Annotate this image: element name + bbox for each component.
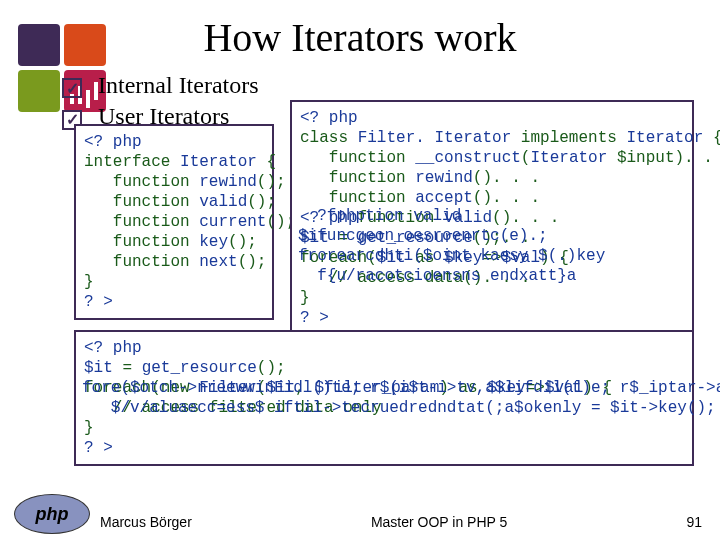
check-icon: ✓ xyxy=(62,78,82,98)
bullet-1-text: Internal Iterators xyxy=(98,72,700,99)
code-iterator-interface: <? php interface Iterator { function rew… xyxy=(74,124,274,320)
code-filter-iterator: <? php class Filter. Iterator implements… xyxy=(290,100,694,336)
code-usage: <? php $it = get_resource(); foreach(new… xyxy=(74,330,694,466)
footer-page: 91 xyxy=(686,514,702,530)
footer-title: Master OOP in PHP 5 xyxy=(371,514,507,530)
slide-title: How Iterators work xyxy=(0,0,720,61)
footer-author: Marcus Börger xyxy=(100,514,192,530)
bullet-1: ✓ Internal Iterators xyxy=(62,72,700,99)
footer: Marcus Börger Master OOP in PHP 5 91 xyxy=(0,514,720,530)
